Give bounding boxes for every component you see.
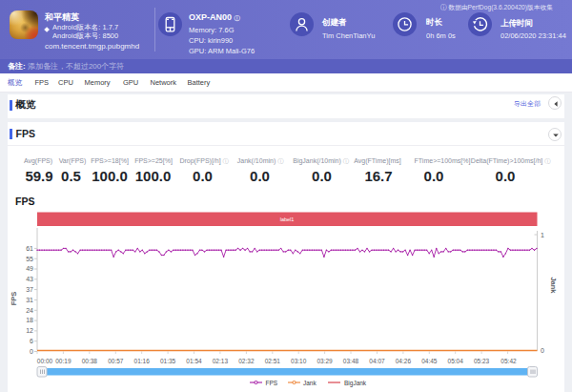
svg-text:03:29: 03:29 [317,358,333,364]
svg-text:BigJank: BigJank [344,380,367,387]
svg-text:00:19: 00:19 [55,358,72,364]
svg-text:Jank: Jank [549,277,558,294]
svg-text:61: 61 [26,245,33,252]
svg-text:04:45: 04:45 [421,358,438,364]
svg-text:Jank: Jank [303,380,317,386]
svg-text:05:23: 05:23 [474,358,490,364]
svg-text:31: 31 [26,297,33,303]
svg-text:0: 0 [30,348,33,355]
svg-text:43: 43 [26,276,33,282]
svg-text:6: 6 [30,338,33,344]
svg-text:04:07: 04:07 [369,358,385,364]
svg-text:FPS: FPS [266,380,278,386]
svg-text:02:13: 02:13 [213,358,229,364]
svg-text:label1: label1 [280,217,295,222]
svg-text:24: 24 [26,307,33,314]
svg-text:05:42: 05:42 [500,358,517,364]
svg-text:1: 1 [541,232,544,238]
svg-text:00:38: 00:38 [82,358,98,364]
svg-text:49: 49 [26,265,33,272]
svg-text:12: 12 [26,327,33,334]
svg-text:01:35: 01:35 [160,358,176,364]
svg-text:03:48: 03:48 [343,358,359,364]
svg-text:37: 37 [26,286,33,293]
svg-text:01:54: 01:54 [186,358,202,364]
svg-text:02:32: 02:32 [238,358,255,364]
svg-text:01:16: 01:16 [134,358,151,364]
svg-text:0: 0 [541,347,544,354]
svg-text:00:57: 00:57 [108,358,124,364]
svg-text:04:26: 04:26 [396,358,412,364]
svg-text:00:00: 00:00 [37,358,53,364]
svg-text:FPS: FPS [10,292,18,306]
svg-text:55: 55 [26,256,33,262]
svg-text:02:51: 02:51 [265,358,281,364]
svg-text:03:10: 03:10 [291,358,307,364]
svg-text:18: 18 [26,317,33,323]
svg-text:05:04: 05:04 [448,358,464,364]
